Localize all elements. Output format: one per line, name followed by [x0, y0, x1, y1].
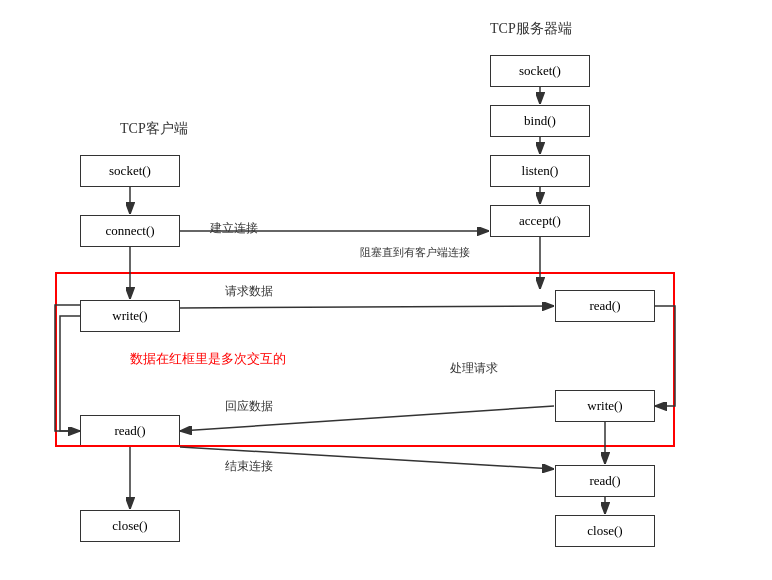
client-write-box: write() [80, 300, 180, 332]
client-label: TCP客户端 [120, 120, 188, 138]
server-listen-box: listen() [490, 155, 590, 187]
blocking-label: 阻塞直到有客户端连接 [360, 245, 470, 260]
server-label: TCP服务器端 [490, 20, 572, 38]
server-read-box: read() [555, 290, 655, 322]
data-exchange-label: 数据在红框里是多次交互的 [130, 350, 286, 368]
svg-line-12 [180, 306, 554, 308]
diagram-container: TCP客户端 TCP服务器端 socket() connect() write(… [0, 0, 772, 580]
client-close-box: close() [80, 510, 180, 542]
response-data-label: 回应数据 [225, 398, 273, 415]
server-read2-box: read() [555, 465, 655, 497]
end-connection-label: 结束连接 [225, 458, 273, 475]
client-connect-box: connect() [80, 215, 180, 247]
server-bind-box: bind() [490, 105, 590, 137]
process-request-label: 处理请求 [450, 360, 498, 377]
server-socket-box: socket() [490, 55, 590, 87]
server-accept-box: accept() [490, 205, 590, 237]
server-close-box: close() [555, 515, 655, 547]
request-data-label: 请求数据 [225, 283, 273, 300]
establish-connection-label: 建立连接 [210, 220, 258, 237]
server-write-box: write() [555, 390, 655, 422]
arrows-svg [0, 0, 772, 580]
client-socket-box: socket() [80, 155, 180, 187]
client-read-box: read() [80, 415, 180, 447]
